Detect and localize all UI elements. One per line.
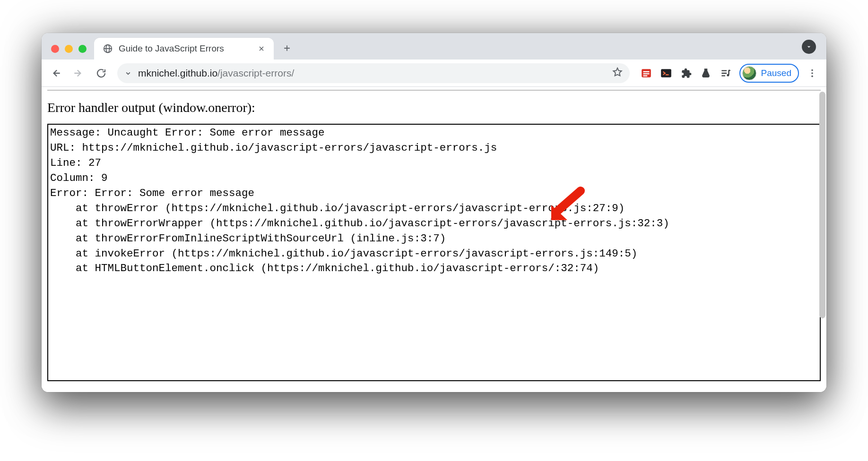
svg-point-9 xyxy=(811,69,813,71)
reload-button[interactable] xyxy=(92,64,111,83)
forward-button[interactable] xyxy=(69,64,88,83)
window-maximize-button[interactable] xyxy=(78,45,87,53)
svg-point-8 xyxy=(727,74,729,76)
avatar xyxy=(742,66,756,80)
extension-icon-2[interactable] xyxy=(660,67,672,79)
extension-row xyxy=(636,67,736,79)
divider xyxy=(47,90,821,91)
window-minimize-button[interactable] xyxy=(65,45,73,53)
svg-rect-6 xyxy=(661,69,671,77)
svg-rect-7 xyxy=(665,74,668,75)
chrome-menu-button[interactable] xyxy=(803,64,822,83)
url-text: mknichel.github.io/javascript-errors/ xyxy=(138,68,294,79)
profile-button[interactable]: Paused xyxy=(739,64,799,83)
page-body[interactable]: Error handler output (window.onerror): M… xyxy=(42,87,826,392)
tab-strip: Guide to JavaScript Errors xyxy=(42,33,826,60)
svg-point-11 xyxy=(811,75,813,77)
page-viewport: Error handler output (window.onerror): M… xyxy=(42,87,826,392)
section-heading: Error handler output (window.onerror): xyxy=(47,100,821,115)
bookmark-button[interactable] xyxy=(612,67,623,80)
scrollbar[interactable] xyxy=(819,92,825,318)
browser-tab[interactable]: Guide to JavaScript Errors xyxy=(94,38,274,60)
browser-window: Guide to JavaScript Errors xyxy=(42,33,826,392)
extensions-button[interactable] xyxy=(680,67,692,79)
svg-rect-3 xyxy=(643,71,649,72)
extension-icon-1[interactable] xyxy=(640,67,652,79)
toolbar: mknichel.github.io/javascript-errors/ xyxy=(42,60,826,87)
address-bar[interactable]: mknichel.github.io/javascript-errors/ xyxy=(117,63,630,83)
url-host: mknichel.github.io xyxy=(138,68,217,78)
error-output-box: Message: Uncaught Error: Some error mess… xyxy=(47,124,821,381)
window-controls xyxy=(46,45,91,60)
media-control-icon[interactable] xyxy=(720,67,732,79)
window-close-button[interactable] xyxy=(51,45,59,53)
tab-title: Guide to JavaScript Errors xyxy=(119,43,251,54)
close-tab-button[interactable] xyxy=(257,44,266,53)
new-tab-button[interactable] xyxy=(278,40,295,57)
profile-label: Paused xyxy=(761,68,791,78)
tab-search-button[interactable] xyxy=(802,40,816,54)
labs-icon[interactable] xyxy=(700,67,712,79)
url-path: /javascript-errors/ xyxy=(217,68,294,78)
back-button[interactable] xyxy=(46,64,65,83)
globe-icon xyxy=(103,43,113,54)
svg-point-10 xyxy=(811,72,813,74)
svg-rect-5 xyxy=(643,75,647,76)
svg-rect-4 xyxy=(643,73,649,74)
site-info-button[interactable] xyxy=(124,69,132,77)
